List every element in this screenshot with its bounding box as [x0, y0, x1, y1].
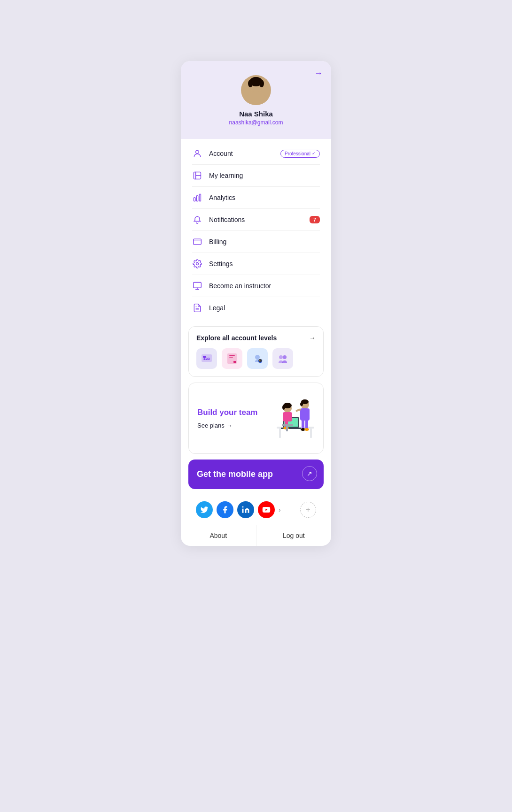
see-plans-link[interactable]: See plans → — [197, 422, 270, 429]
plan-badge-check: ✓ — [312, 151, 316, 156]
facebook-button[interactable] — [217, 501, 233, 518]
account-icon-team[interactable] — [272, 348, 293, 369]
my-learning-label: My learning — [209, 172, 320, 179]
mobile-app-card[interactable]: ↗ Get the mobile app — [188, 460, 324, 489]
svg-point-37 — [282, 405, 285, 410]
linkedin-button[interactable] — [237, 501, 254, 518]
svg-rect-31 — [310, 429, 312, 438]
file-text-icon — [192, 303, 202, 313]
profile-email: naashika@gmail.com — [229, 119, 283, 126]
svg-rect-8 — [194, 198, 195, 201]
team-title: Build your team — [197, 407, 270, 418]
notifications-label: Notifications — [209, 216, 310, 223]
profile-name: Naa Shika — [239, 110, 273, 118]
plan-badge-label: Professional — [285, 151, 310, 156]
menu-item-my-learning[interactable]: My learning — [181, 165, 331, 186]
account-icon-pro[interactable]: 🎓 — [247, 348, 268, 369]
bottom-nav: About Log out — [181, 525, 331, 546]
svg-rect-22 — [229, 357, 233, 358]
settings-label: Settings — [209, 260, 320, 268]
social-section: › + — [188, 495, 324, 523]
svg-point-51 — [304, 428, 309, 431]
user-icon — [192, 148, 202, 159]
social-more-icon[interactable]: › — [279, 506, 281, 513]
bell-icon — [192, 214, 202, 225]
menu-item-legal[interactable]: Legal — [181, 297, 331, 319]
explore-arrow-icon: → — [309, 334, 316, 342]
svg-point-0 — [243, 92, 269, 105]
svg-point-6 — [196, 150, 199, 153]
svg-rect-41 — [282, 424, 293, 426]
mobile-app-title: Get the mobile app — [197, 469, 315, 480]
menu-item-settings[interactable]: Settings — [181, 253, 331, 275]
mobile-app-arrow-icon[interactable]: ↗ — [302, 466, 317, 481]
svg-text:123: 123 — [203, 357, 210, 361]
profile-card: → Naa Shika naashika@gmail.com Account — [181, 61, 331, 546]
svg-rect-11 — [194, 239, 202, 245]
svg-rect-30 — [279, 429, 281, 438]
team-card[interactable]: Build your team See plans → — [188, 383, 324, 454]
logout-button[interactable]: Log out — [256, 525, 332, 546]
settings-icon — [192, 259, 202, 269]
team-illustration — [270, 391, 317, 445]
menu-item-instructor[interactable]: Become an instructor — [181, 275, 331, 297]
svg-point-12 — [196, 263, 199, 265]
svg-rect-21 — [229, 355, 235, 356]
twitter-button[interactable] — [196, 501, 213, 518]
account-icon-personal[interactable] — [222, 348, 242, 369]
about-button[interactable]: About — [181, 525, 256, 546]
svg-point-53 — [242, 506, 244, 508]
svg-rect-10 — [199, 194, 201, 201]
explore-title: Explore all account levels — [196, 334, 277, 342]
notifications-badge: 7 — [310, 216, 320, 223]
svg-rect-49 — [305, 420, 308, 429]
youtube-button[interactable] — [258, 501, 275, 518]
menu-item-notifications[interactable]: Notifications 7 — [181, 209, 331, 230]
menu-item-account[interactable]: Account Professional ✓ — [181, 143, 331, 164]
svg-point-28 — [283, 355, 287, 359]
legal-label: Legal — [209, 304, 320, 312]
plan-badge[interactable]: Professional ✓ — [280, 150, 320, 158]
account-label: Account — [209, 150, 277, 157]
svg-rect-52 — [242, 509, 244, 513]
svg-rect-13 — [194, 283, 202, 288]
explore-header: Explore all account levels → — [196, 334, 316, 342]
monitor-icon — [192, 281, 202, 291]
svg-rect-23 — [233, 361, 236, 363]
svg-point-5 — [251, 77, 261, 84]
bar-chart-icon — [192, 192, 202, 203]
analytics-label: Analytics — [209, 194, 320, 201]
svg-rect-42 — [286, 426, 288, 431]
svg-text:🎓: 🎓 — [258, 358, 263, 363]
book-icon — [192, 170, 202, 181]
team-text: Build your team See plans → — [197, 407, 270, 429]
credit-card-icon — [192, 237, 202, 247]
svg-rect-48 — [302, 420, 304, 429]
profile-arrow-icon[interactable]: → — [314, 69, 323, 78]
svg-point-45 — [300, 402, 303, 406]
account-icons: 123 🎓 — [196, 348, 316, 369]
see-plans-arrow-icon: → — [226, 422, 233, 429]
account-icon-basic[interactable]: 123 — [196, 348, 217, 369]
menu-item-analytics[interactable]: Analytics — [181, 187, 331, 208]
avatar — [241, 75, 271, 105]
billing-label: Billing — [209, 238, 320, 245]
social-add-button[interactable]: + — [300, 502, 316, 518]
svg-point-27 — [279, 355, 283, 359]
menu-section: Account Professional ✓ My learning Analy… — [181, 139, 331, 322]
svg-rect-9 — [196, 196, 198, 201]
cards-area: Explore all account levels → 123 🎓 — [181, 322, 331, 525]
instructor-label: Become an instructor — [209, 282, 320, 290]
explore-card[interactable]: Explore all account levels → 123 🎓 — [188, 326, 324, 377]
menu-item-billing[interactable]: Billing — [181, 231, 331, 253]
profile-section: → Naa Shika naashika@gmail.com — [181, 61, 331, 139]
svg-rect-46 — [300, 408, 310, 421]
